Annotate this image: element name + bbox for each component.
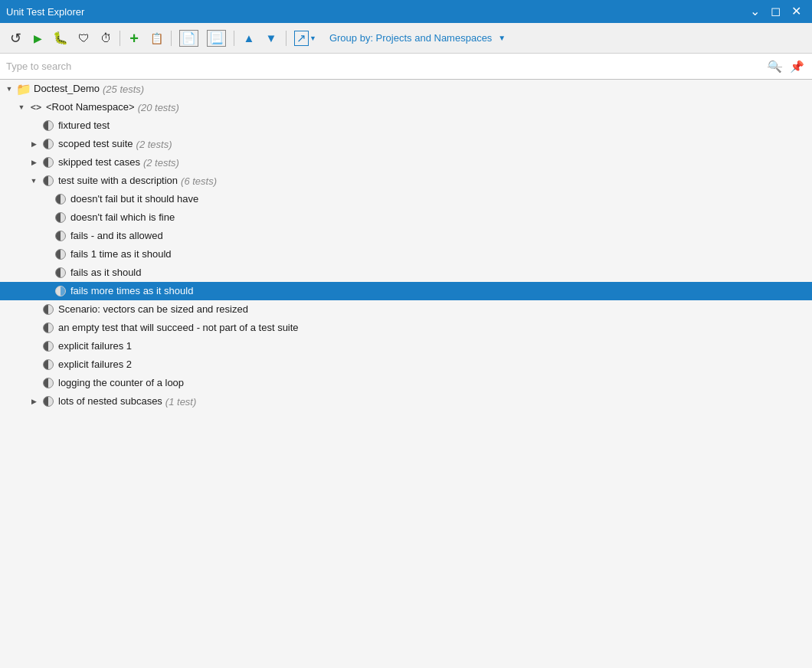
half-circle-test-icon: [41, 376, 55, 390]
tree-item-explicit-failures-2[interactable]: explicit failures 2: [0, 355, 812, 374]
title-bar-controls: ⌄ ◻ ✕: [745, 4, 806, 19]
item-label: fails - and its allowed: [70, 229, 163, 243]
tree-item-skipped-test-cases[interactable]: ▶skipped test cases (2 tests): [0, 153, 812, 172]
suite-icon: [41, 137, 55, 151]
separator-4: [286, 31, 286, 46]
tree-item-test-suite-desc[interactable]: ▼test suite with a description (6 tests): [0, 172, 812, 190]
file-add-button[interactable]: 📄: [175, 28, 202, 49]
half-circle-test-icon: [54, 247, 67, 261]
chevron-down-icon[interactable]: ▼: [28, 175, 40, 187]
search-icons: 🔍 📌: [766, 58, 806, 75]
suite-icon: [41, 156, 55, 169]
refresh-button[interactable]: ↺: [5, 28, 26, 49]
close-button[interactable]: ✕: [787, 4, 806, 19]
item-count: (25 tests): [103, 84, 144, 95]
separator-2: [171, 31, 172, 46]
item-label: fails more times as it should: [70, 284, 193, 298]
item-count: (2 tests): [136, 139, 172, 150]
tree-item-scoped-test-suite[interactable]: ▶scoped test suite (2 tests): [0, 135, 812, 153]
item-label: fixtured test: [58, 119, 110, 133]
group-by-chevron: ▼: [498, 34, 506, 42]
add-button[interactable]: +: [123, 28, 145, 49]
tree-item-scenario-vectors[interactable]: Scenario: vectors can be sized and resiz…: [0, 300, 812, 319]
half-circle-test-icon: [41, 339, 55, 353]
restore-button[interactable]: ◻: [766, 4, 785, 19]
chevron-right-icon[interactable]: ▶: [28, 395, 40, 408]
tree-item-fixtured-test[interactable]: fixtured test: [0, 116, 812, 135]
item-count: (1 test): [165, 396, 196, 408]
search-input[interactable]: [6, 61, 766, 72]
chevron-down-icon[interactable]: ▼: [15, 101, 28, 113]
title-bar: Unit Test Explorer ⌄ ◻ ✕: [0, 0, 812, 23]
refresh-icon: ↺: [10, 30, 21, 47]
search-icon[interactable]: 🔍: [766, 58, 784, 75]
title-text: Unit Test Explorer: [6, 6, 84, 18]
tree-item-doctest-demo[interactable]: ▼📁Doctest_Demo (25 tests): [0, 80, 812, 98]
item-label: explicit failures 2: [58, 358, 132, 372]
expand-spacer: [40, 267, 52, 279]
export-chevron: ▼: [309, 34, 316, 42]
tree-item-nested-subcases[interactable]: ▶lots of nested subcases (1 test): [0, 392, 812, 411]
half-circle-test-icon: [54, 284, 67, 298]
tree-item-fails-as-should[interactable]: fails as it should: [0, 264, 812, 282]
item-label: an empty test that will succeed - not pa…: [58, 321, 299, 335]
expand-spacer: [40, 230, 52, 242]
shield-icon: 🛡: [78, 31, 90, 44]
add-file-icon: 📋: [150, 32, 163, 44]
group-by-label[interactable]: Group by: Projects and Namespaces: [325, 30, 496, 46]
toolbar-group-updown: ▲ ▼: [238, 28, 282, 49]
half-circle-test-icon: [41, 119, 55, 133]
minimize-button[interactable]: ⌄: [745, 4, 765, 19]
pin-icon[interactable]: 📌: [788, 58, 806, 75]
item-label: lots of nested subcases: [58, 395, 162, 408]
tree-item-fails-more-times[interactable]: fails more times as it should: [0, 282, 812, 300]
item-label: doesn't fail but it should have: [70, 192, 198, 206]
down-button[interactable]: ▼: [260, 28, 282, 49]
timer-button[interactable]: ⏱: [95, 28, 116, 49]
add-file-button[interactable]: 📋: [146, 28, 167, 49]
tree-item-doesnt-fail-fine[interactable]: doesn't fail which is fine: [0, 208, 812, 227]
expand-spacer: [40, 285, 52, 297]
item-label: fails 1 time as it should: [70, 247, 172, 261]
separator-3: [234, 31, 234, 46]
expand-spacer: [28, 340, 40, 352]
tree-item-fails-1-time[interactable]: fails 1 time as it should: [0, 245, 812, 264]
file-minus-icon: 📃: [207, 30, 226, 47]
item-label: skipped test cases: [58, 156, 140, 169]
item-label: doesn't fail which is fine: [70, 211, 175, 224]
separator-1: [120, 31, 120, 46]
expand-spacer: [40, 193, 52, 205]
file-minus-button[interactable]: 📃: [203, 28, 230, 49]
item-count: (6 tests): [181, 175, 217, 187]
tree-item-empty-test[interactable]: an empty test that will succeed - not pa…: [0, 319, 812, 337]
item-label: <Root Namespace>: [46, 100, 135, 114]
timer-icon: ⏱: [100, 31, 112, 44]
chevron-down-icon[interactable]: ▼: [3, 83, 15, 95]
expand-spacer: [28, 303, 40, 316]
export-button[interactable]: ↗ ▼: [290, 28, 320, 49]
debug-icon: 🐛: [53, 31, 68, 45]
half-circle-test-icon: [41, 358, 55, 372]
half-circle-test-icon: [41, 303, 55, 316]
tree-item-logging-counter[interactable]: logging the counter of a loop: [0, 374, 812, 392]
chevron-right-icon[interactable]: ▶: [28, 138, 40, 150]
add-icon: +: [129, 31, 139, 46]
tree-item-fails-allowed[interactable]: fails - and its allowed: [0, 227, 812, 245]
item-label: explicit failures 1: [58, 339, 132, 353]
expand-spacer: [28, 120, 40, 132]
up-button[interactable]: ▲: [238, 28, 260, 49]
shield-button[interactable]: 🛡: [73, 28, 94, 49]
tree-area[interactable]: ▼📁Doctest_Demo (25 tests)▼<><Root Namesp…: [0, 80, 812, 668]
tree-item-root-ns[interactable]: ▼<><Root Namespace> (20 tests): [0, 98, 812, 116]
debug-button[interactable]: 🐛: [49, 28, 72, 49]
half-circle-test-icon: [54, 266, 67, 280]
half-circle-test-icon: [54, 229, 67, 243]
tree-item-doesnt-fail-should[interactable]: doesn't fail but it should have: [0, 190, 812, 208]
toolbar: ↺ ▶ 🐛 🛡 ⏱ + 📋 📄 📃 ▲: [0, 23, 812, 54]
run-button[interactable]: ▶: [27, 28, 48, 49]
namespace-icon: <>: [29, 100, 43, 114]
chevron-right-icon[interactable]: ▶: [28, 156, 40, 169]
item-label: logging the counter of a loop: [58, 376, 184, 390]
expand-spacer: [28, 359, 40, 371]
tree-item-explicit-failures-1[interactable]: explicit failures 1: [0, 337, 812, 355]
